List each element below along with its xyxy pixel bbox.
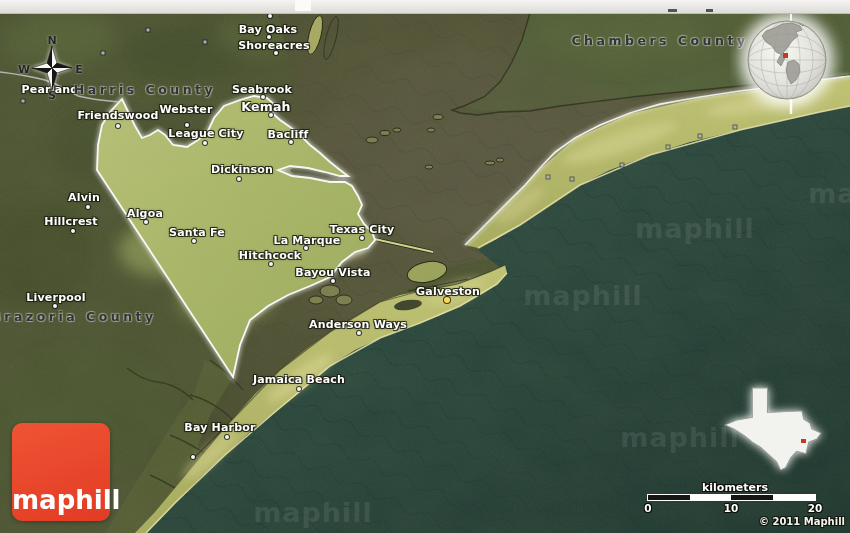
city-dot-galveston bbox=[444, 297, 450, 303]
scale-tick-20: 20 bbox=[808, 502, 823, 514]
texas-locator bbox=[700, 370, 850, 490]
town-dot bbox=[203, 141, 207, 145]
town-dot bbox=[304, 246, 308, 250]
maphill-logo[interactable]: maphill bbox=[12, 423, 110, 521]
scale-bar-track bbox=[648, 495, 815, 500]
place-square bbox=[547, 176, 550, 179]
browser-edge-strip bbox=[0, 0, 850, 14]
place-square bbox=[147, 29, 150, 32]
strip-mark bbox=[668, 9, 677, 12]
town-dot bbox=[268, 14, 272, 18]
town-dot bbox=[360, 236, 364, 240]
maphill-logo-text: maphill bbox=[12, 485, 110, 515]
town-dot bbox=[116, 124, 120, 128]
compass-s: S bbox=[48, 89, 56, 102]
place-square bbox=[699, 135, 702, 138]
town-dot bbox=[53, 304, 57, 308]
town-dot bbox=[357, 331, 361, 335]
town-dot bbox=[192, 239, 196, 243]
texas-shape bbox=[725, 388, 821, 470]
town-dot bbox=[237, 177, 241, 181]
place-square bbox=[204, 41, 207, 44]
compass-rose: N W E S bbox=[14, 28, 94, 108]
place-square bbox=[102, 52, 105, 55]
texas-location-marker bbox=[801, 439, 806, 443]
map-page: maphill maphill maphill maphill maphill … bbox=[0, 0, 850, 533]
globe-location-marker bbox=[783, 53, 788, 58]
town-dot bbox=[185, 123, 189, 127]
scale-bar-segment bbox=[731, 495, 773, 500]
strip-patch bbox=[295, 0, 311, 11]
town-dot bbox=[269, 262, 273, 266]
place-square bbox=[571, 178, 574, 181]
town-dot bbox=[144, 220, 148, 224]
compass-n: N bbox=[47, 34, 56, 47]
town-dot bbox=[274, 51, 278, 55]
place-square bbox=[621, 164, 624, 167]
town-dot bbox=[86, 205, 90, 209]
town-dot bbox=[289, 140, 293, 144]
scale-tick-0: 0 bbox=[644, 502, 651, 514]
town-dot bbox=[269, 113, 273, 117]
strip-mark bbox=[706, 9, 713, 12]
globe-graticule bbox=[748, 21, 826, 99]
scale-bar-segment bbox=[648, 495, 690, 500]
scale-bar-title: kilometers bbox=[702, 481, 768, 494]
town-dot bbox=[331, 279, 335, 283]
town-dot bbox=[267, 35, 271, 39]
town-dot bbox=[225, 435, 229, 439]
globe-locator bbox=[722, 0, 850, 130]
town-dot bbox=[261, 95, 265, 99]
compass-w: W bbox=[18, 63, 30, 76]
scale-tick-10: 10 bbox=[724, 502, 739, 514]
compass-e: E bbox=[75, 63, 83, 76]
place-square bbox=[667, 146, 670, 149]
town-dot bbox=[191, 455, 195, 459]
town-dot bbox=[71, 229, 75, 233]
copyright-notice: © 2011 Maphill bbox=[759, 516, 845, 527]
town-dot bbox=[297, 387, 301, 391]
